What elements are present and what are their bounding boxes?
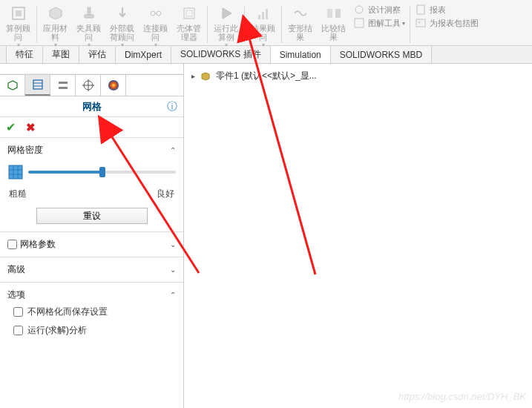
chevron-down-icon: ⌄ xyxy=(170,240,176,249)
panel-tab-4[interactable] xyxy=(76,75,101,96)
ribbon-label: 夹具顾 问 xyxy=(76,24,101,42)
design-insight-button[interactable]: 设计洞察 xyxy=(353,3,405,16)
mesh-params-header[interactable]: 网格参数 ⌄ xyxy=(7,237,176,252)
connection-icon xyxy=(147,4,165,22)
study-advisor-button[interactable]: 算例顾 问 ▾ xyxy=(1,3,35,50)
svg-rect-16 xyxy=(33,80,42,89)
main-area: 网格 ⓘ ✔ ✖ 网格密度 ⌃ 粗糙 良好 重设 xyxy=(0,64,532,408)
checkbox[interactable] xyxy=(13,307,23,317)
ribbon-report-group: 报表 为报表包括图 xyxy=(412,3,482,30)
panel-title: 网格 xyxy=(82,100,102,113)
svg-rect-8 xyxy=(266,9,268,19)
svg-rect-14 xyxy=(416,19,425,27)
panel-header: 网格 ⓘ xyxy=(0,96,183,117)
results-advisor-button[interactable]: 结果顾 问 ▾ xyxy=(246,3,280,50)
panel-tab-5[interactable] xyxy=(101,75,126,96)
svg-rect-12 xyxy=(355,19,364,27)
ribbon-label: 运行此 算例 xyxy=(214,24,238,42)
mesh-params-checkbox[interactable] xyxy=(7,240,17,249)
mesh-params-section: 网格参数 ⌄ xyxy=(0,232,183,257)
mesh-density-slider[interactable] xyxy=(28,171,176,174)
shell-manager-button[interactable]: 壳体管 理器 xyxy=(172,3,206,43)
appearance-icon xyxy=(107,79,120,92)
ribbon-label: 结果顾 问 xyxy=(251,24,275,42)
section-title: 网格密度 xyxy=(7,144,43,157)
ribbon-label: 外部载 荷顾问 xyxy=(110,24,134,42)
section-title: 高级 xyxy=(7,263,25,276)
graphics-area[interactable]: ▸ 零件1 (默认<<默认>_显... https://blog.csdn.ne… xyxy=(184,64,532,408)
svg-point-15 xyxy=(418,22,421,24)
tree-expand-icon[interactable]: ▸ xyxy=(191,72,195,80)
reset-button[interactable]: 重设 xyxy=(36,208,148,224)
mesh-density-header[interactable]: 网格密度 ⌃ xyxy=(7,142,176,158)
compare-icon xyxy=(325,4,343,22)
advanced-header[interactable]: 高级 ⌄ xyxy=(7,262,176,277)
svg-rect-5 xyxy=(186,10,192,16)
checkbox[interactable] xyxy=(13,326,23,335)
panel-tab-2[interactable] xyxy=(25,75,50,96)
options-section: 选项 ⌃ 不网格化而保存设置 运行(求解)分析 xyxy=(0,283,183,344)
ribbon-small-label: 图解工具 xyxy=(368,18,401,29)
image-icon xyxy=(415,17,427,29)
panel-action-row: ✔ ✖ xyxy=(0,117,183,138)
cancel-button[interactable]: ✖ xyxy=(26,121,36,134)
svg-point-24 xyxy=(108,80,119,91)
panel-tab-3[interactable] xyxy=(50,75,76,96)
svg-rect-9 xyxy=(327,9,332,18)
ribbon-small-label: 为报表包括图 xyxy=(430,18,479,29)
svg-rect-4 xyxy=(184,8,194,19)
fine-label: 良好 xyxy=(157,188,174,200)
chevron-down-icon: ▾ xyxy=(154,42,157,48)
chevron-down-icon: ▾ xyxy=(225,42,228,48)
compare-results-button[interactable]: 比较结 果 xyxy=(317,3,350,43)
material-icon xyxy=(47,4,65,22)
results-icon xyxy=(254,4,272,22)
svg-point-2 xyxy=(157,11,161,16)
apply-material-button[interactable]: 应用材 料 ▾ xyxy=(39,3,72,50)
report-icon xyxy=(415,4,427,16)
cube-icon xyxy=(6,79,19,92)
ribbon-small-label: 设计洞察 xyxy=(368,4,401,16)
external-loads-button[interactable]: 外部载 荷顾问 ▾ xyxy=(105,3,139,50)
chevron-up-icon: ⌃ xyxy=(170,146,176,154)
fixture-icon xyxy=(80,4,98,22)
ribbon-label: 算例顾 问 xyxy=(6,24,30,42)
mesh-density-section: 网格密度 ⌃ 粗糙 良好 重设 xyxy=(0,138,183,232)
feature-tree-row[interactable]: ▸ 零件1 (默认<<默认>_显... xyxy=(188,68,528,84)
chevron-down-icon: ▾ xyxy=(121,42,124,48)
panel-tab-1[interactable] xyxy=(0,75,25,96)
option-no-mesh-save[interactable]: 不网格化而保存设置 xyxy=(7,303,176,321)
coarse-label: 粗糙 xyxy=(9,188,27,200)
deformed-result-button[interactable]: 变形结 果 xyxy=(283,3,317,43)
svg-rect-25 xyxy=(9,165,22,179)
help-icon[interactable]: ⓘ xyxy=(167,100,177,113)
separator xyxy=(281,6,282,43)
chevron-up-icon: ⌃ xyxy=(170,291,176,299)
option-run-solve[interactable]: 运行(求解)分析 xyxy=(7,321,176,340)
section-title: 选项 xyxy=(7,289,25,301)
option-label: 不网格化而保存设置 xyxy=(27,306,108,318)
option-label: 运行(求解)分析 xyxy=(27,324,87,337)
separator xyxy=(410,6,410,43)
tab-mbd[interactable]: SOLIDWORKS MBD xyxy=(331,46,432,63)
ribbon-small-label: 报表 xyxy=(430,4,446,16)
svg-point-11 xyxy=(355,6,363,13)
plot-icon xyxy=(353,17,365,29)
slider-thumb[interactable] xyxy=(99,167,105,177)
svg-rect-20 xyxy=(59,87,68,89)
options-header[interactable]: 选项 ⌃ xyxy=(7,287,176,303)
run-study-button[interactable]: 运行此 算例 ▾ xyxy=(209,3,243,50)
ok-button[interactable]: ✔ xyxy=(6,120,16,134)
connections-advisor-button[interactable]: 连接顾 问 ▾ xyxy=(139,3,172,50)
property-panel: 网格 ⓘ ✔ ✖ 网格密度 ⌃ 粗糙 良好 重设 xyxy=(0,64,184,408)
fixture-advisor-button[interactable]: 夹具顾 问 ▾ xyxy=(72,3,105,50)
study-icon xyxy=(10,4,27,22)
separator xyxy=(207,6,208,43)
config-icon xyxy=(56,79,70,92)
plot-tools-button[interactable]: 图解工具 ▾ xyxy=(353,16,405,30)
watermark: https://blog.csdn.net/DYH_BK xyxy=(398,391,526,402)
report-button[interactable]: 报表 xyxy=(415,3,479,16)
include-image-button[interactable]: 为报表包括图 xyxy=(415,16,479,30)
ribbon-toolbar: 算例顾 问 ▾ 应用材 料 ▾ 夹具顾 问 ▾ 外部载 荷顾问 ▾ 连接顾 问 … xyxy=(0,0,532,46)
ribbon-side-group: 设计洞察 图解工具 ▾ xyxy=(350,3,408,30)
